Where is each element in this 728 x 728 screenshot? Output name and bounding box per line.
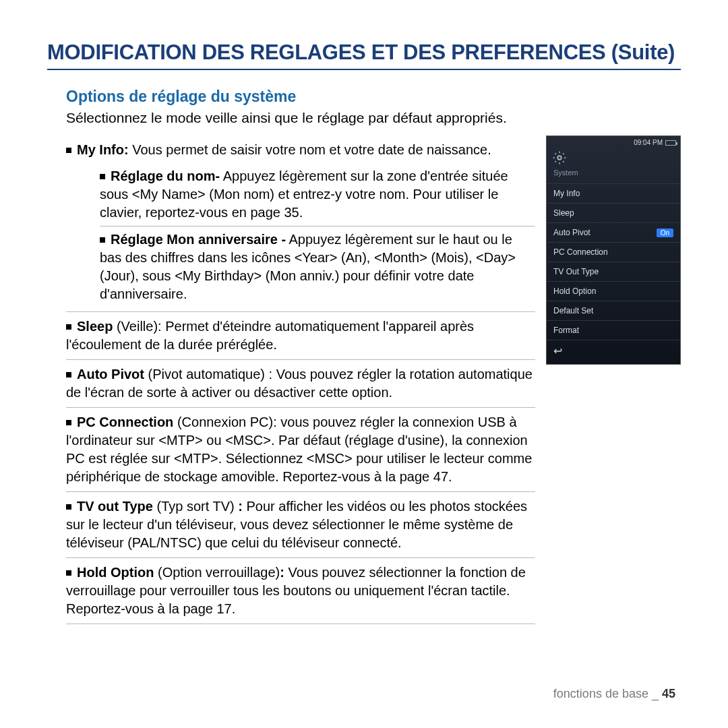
item-auto-pivot: Auto Pivot (Pivot automatique) : Vous po… [66,360,535,408]
device-time: 09:04 PM [634,139,663,146]
item-pc-connection: PC Connection (Connexion PC): vous pouve… [66,408,535,492]
page-number: 45 [662,687,675,700]
bullet-icon [100,237,105,243]
device-row-label: Auto Pivot [553,228,590,237]
gear-icon [552,150,567,167]
subitem-reglage-nom: Réglage du nom- Appuyez légèrement sur l… [100,163,535,226]
hold-colon: : [280,565,284,580]
battery-icon [665,140,676,146]
item-my-info: My Info: Vous permet de saisir votre nom… [66,135,535,307]
device-row-label: Default Set [553,306,593,315]
svg-point-0 [557,156,562,160]
pcconn-bold: PC Connection [77,415,173,429]
item-tv-out: TV out Type (Typ sort TV) : Pour affiche… [66,492,535,558]
my-info-bold: My Info: [77,142,129,157]
bullet-icon [100,174,105,179]
device-row-default-set[interactable]: Default Set [547,301,680,320]
device-row-pc-connection[interactable]: PC Connection [547,242,680,262]
device-header: System [547,149,680,183]
device-row-label: TV Out Type [553,267,599,276]
pcconn-paren: (Connexion PC): [173,415,280,429]
tvout-colon: : [238,499,243,514]
device-row-label: My Info [553,189,580,198]
device-row-label: Sleep [553,208,574,218]
content-list: My Info: Vous permet de saisir votre nom… [66,135,535,624]
tvout-bold: TV out Type [77,499,153,514]
device-menu-list: My Info Sleep Auto PivotOn PC Connection… [547,183,680,340]
device-status-bar: 09:04 PM [547,136,680,149]
device-row-auto-pivot[interactable]: Auto PivotOn [547,222,680,242]
reglage-anniv-bold: Réglage Mon anniversaire - [111,232,286,247]
back-icon: ↩ [553,345,562,357]
device-row-sleep[interactable]: Sleep [547,203,680,222]
device-row-my-info[interactable]: My Info [547,183,680,203]
sleep-paren: (Veille): [113,319,165,334]
bullet-icon [66,148,71,153]
device-row-label: Hold Option [553,286,596,296]
my-info-text: Vous permet de saisir votre nom et votre… [129,142,491,157]
bullet-icon [66,504,71,510]
bullet-icon [66,420,71,425]
device-back-button[interactable]: ↩ [547,340,680,364]
device-header-label: System [553,169,675,177]
sleep-bold: Sleep [77,319,113,334]
intro-text: Sélectionnez le mode veille ainsi que le… [66,110,681,126]
device-row-format[interactable]: Format [547,320,680,340]
device-row-tv-out[interactable]: TV Out Type [547,262,680,281]
hold-bold: Hold Option [77,565,154,580]
bullet-icon [66,324,71,330]
bullet-icon [66,570,71,576]
on-badge: On [657,229,673,237]
autopivot-bold: Auto Pivot [77,367,144,382]
section-subtitle: Options de réglage du système [66,88,681,106]
hold-paren: (Option verrouillage) [154,565,280,580]
subitem-reglage-anniv: Réglage Mon anniversaire - Appuyez légèr… [100,226,535,307]
page-footer: fonctions de base _ 45 [553,687,675,701]
device-row-label: PC Connection [553,247,608,257]
tvout-paren: (Typ sort TV) [153,499,238,514]
item-hold-option: Hold Option (Option verrouillage): Vous … [66,558,535,624]
device-row-hold-option[interactable]: Hold Option [547,281,680,301]
device-row-label: Format [553,326,579,335]
device-screenshot: 09:04 PM System My Info Sleep Auto Pivot… [546,135,681,365]
bullet-icon [66,372,71,377]
autopivot-paren: (Pivot automatique) : [144,367,276,382]
footer-text: fonctions de base _ [553,687,662,700]
item-sleep: Sleep (Veille): Permet d'éteindre automa… [66,311,535,360]
reglage-nom-bold: Réglage du nom- [111,169,220,183]
page-title: MODIFICATION DES REGLAGES ET DES PREFERE… [47,40,681,70]
